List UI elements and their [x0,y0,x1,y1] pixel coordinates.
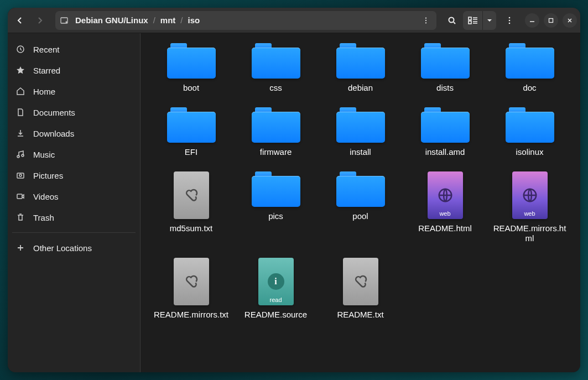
svg-rect-7 [469,21,471,24]
file-type-tag: read [258,296,294,303]
file-md5sum[interactable]: md5sum.txt [152,171,231,243]
folder-dists[interactable]: dists [405,43,485,93]
item-label: md5sum.txt [170,223,213,233]
path-bar: Debian GNU/Linux / mnt / iso [55,11,436,30]
close-button[interactable] [563,13,577,28]
svg-point-5 [449,17,454,22]
sidebar-item-label: Pictures [33,171,63,180]
text-file-icon [174,171,209,219]
sidebar-item-label: Videos [33,192,59,201]
sidebar-item-starred[interactable]: Starred [8,60,140,81]
folder-css[interactable]: css [236,43,315,93]
sidebar-item-videos[interactable]: Videos [8,186,140,207]
titlebar: Debian GNU/Linux / mnt / iso [8,8,580,33]
svg-point-10 [509,22,511,24]
folder-icon [421,107,470,143]
folder-icon [506,43,554,79]
breadcrumb-mnt[interactable]: mnt [157,14,179,26]
breadcrumb-iso[interactable]: iso [185,14,204,26]
text-file-icon [174,258,209,305]
sidebar-item-downloads[interactable]: Downloads [8,123,140,144]
folder-pool[interactable]: pool [321,171,400,243]
svg-rect-6 [469,17,471,20]
item-label: isolinux [516,147,543,157]
clock-icon [15,44,25,54]
folder-boot[interactable]: boot [152,43,231,93]
breadcrumb-root[interactable]: Debian GNU/Linux [72,14,152,26]
svg-point-9 [509,19,511,21]
folder-installamd[interactable]: install.amd [405,107,485,157]
plus-icon [15,243,25,253]
file-readme-html[interactable]: webREADME.html [405,171,485,243]
item-label: pool [352,211,368,221]
sidebar-item-label: Starred [33,66,60,75]
sidebar-item-pictures[interactable]: Pictures [8,165,140,186]
path-menu-button[interactable] [418,13,434,28]
disk-icon [60,16,69,25]
svg-point-14 [22,154,24,157]
search-button[interactable] [443,12,461,29]
documents-icon [15,107,25,117]
folder-icon [421,43,470,79]
view-list-button[interactable] [463,11,483,30]
file-readme-txt[interactable]: README.txt [321,258,400,320]
back-button[interactable] [11,12,29,29]
file-readme-source[interactable]: ireadREADME.source [236,258,315,320]
folder-efi[interactable]: EFI [152,107,231,157]
sidebar: Recent Starred Home Documents Downloads … [8,33,141,372]
breadcrumb-separator: / [180,15,183,25]
item-label: README.mirrors.html [491,223,569,243]
item-label: debian [348,83,373,93]
home-icon [15,86,25,96]
sidebar-item-recent[interactable]: Recent [8,39,140,60]
svg-rect-17 [17,194,22,199]
item-label: css [269,83,282,93]
svg-point-8 [509,17,511,18]
sidebar-divider [12,232,136,233]
folder-debian[interactable]: debian [321,43,400,93]
trash-icon [15,212,25,222]
web-file-icon: web [512,171,548,219]
folder-pics[interactable]: pics [236,171,315,243]
sidebar-item-documents[interactable]: Documents [8,102,140,123]
folder-firmware[interactable]: firmware [236,107,315,157]
file-readme-mirrors-html[interactable]: webREADME.mirrors.html [490,171,569,243]
folder-doc[interactable]: doc [490,43,569,93]
view-mode-switcher [463,11,496,30]
folder-install[interactable]: install [321,107,400,157]
music-icon [15,149,25,159]
file-readme-mirrors-txt[interactable]: README.mirrors.txt [152,258,231,320]
view-dropdown-button[interactable] [483,11,496,30]
folder-icon [506,107,554,143]
sidebar-item-trash[interactable]: Trash [8,207,140,228]
sidebar-item-label: Music [33,150,55,159]
item-label: doc [523,83,536,93]
item-label: README.html [418,223,472,233]
folder-icon [167,107,216,143]
folder-isolinux[interactable]: isolinux [490,107,569,157]
text-file-icon [343,258,378,305]
minimize-button[interactable] [525,13,539,28]
sidebar-item-label: Home [33,87,55,96]
item-label: EFI [185,147,197,157]
folder-icon [336,43,385,79]
item-label: pics [268,211,283,221]
window-controls [525,13,577,28]
sidebar-item-music[interactable]: Music [8,144,140,165]
item-label: dists [436,83,454,93]
file-manager-window: Debian GNU/Linux / mnt / iso [8,8,580,372]
folder-icon [252,43,300,79]
maximize-button[interactable] [544,13,558,28]
forward-button[interactable] [31,12,49,29]
sidebar-item-label: Other Locations [33,243,92,253]
videos-icon [15,191,25,201]
folder-icon [336,171,385,207]
sidebar-item-home[interactable]: Home [8,81,140,102]
folder-icon [167,43,216,79]
item-label: README.mirrors.txt [154,310,228,320]
sidebar-item-other-locations[interactable]: Other Locations [8,237,140,258]
svg-rect-11 [549,18,553,22]
sidebar-item-label: Downloads [33,129,74,138]
folder-icon [252,171,300,207]
hamburger-menu-button[interactable] [501,12,518,29]
